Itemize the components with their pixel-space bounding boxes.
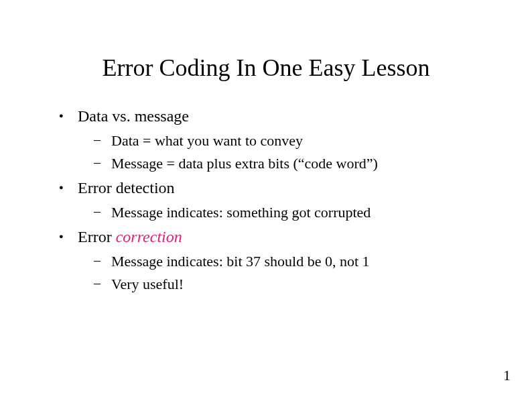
sub-list: Message indicates: bit 37 should be 0, n… [78, 253, 485, 293]
bullet-item: Error correction Message indicates: bit … [59, 228, 485, 293]
bullet-label-emphasis: correction [116, 228, 182, 245]
sub-item: Very useful! [94, 276, 485, 293]
bullet-label: Data vs. message [78, 107, 189, 125]
sub-item: Message indicates: bit 37 should be 0, n… [94, 253, 485, 270]
sub-item: Message indicates: something got corrupt… [94, 204, 485, 221]
sub-item: Message = data plus extra bits (“code wo… [94, 155, 485, 172]
sub-item: Data = what you want to convey [94, 132, 485, 150]
sub-list: Data = what you want to convey Message =… [78, 132, 485, 172]
bullet-list: Data vs. message Data = what you want to… [47, 107, 485, 293]
bullet-label-prefix: Error [78, 228, 116, 245]
page-number: 1 [503, 367, 511, 384]
bullet-label: Error detection [78, 179, 175, 196]
bullet-item: Error detection Message indicates: somet… [59, 179, 485, 221]
bullet-item: Data vs. message Data = what you want to… [59, 107, 485, 172]
slide-title: Error Coding In One Easy Lesson [47, 54, 485, 82]
sub-list: Message indicates: something got corrupt… [78, 204, 485, 221]
